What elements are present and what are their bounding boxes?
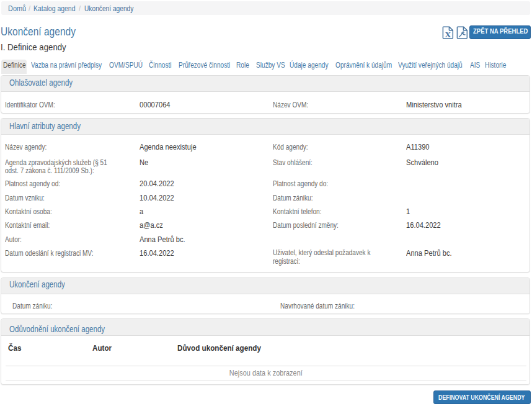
svg-text:X: X (445, 29, 451, 38)
